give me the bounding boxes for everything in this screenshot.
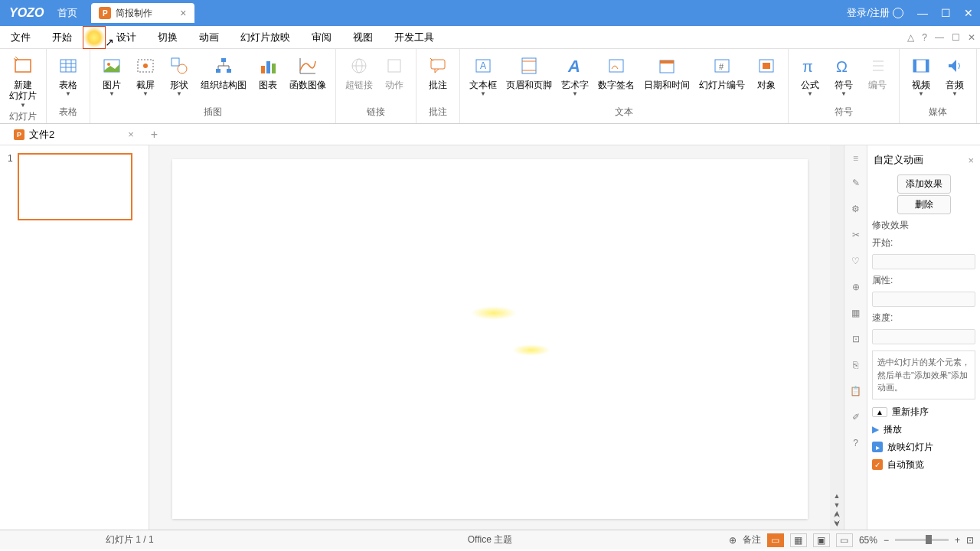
close-panel-icon[interactable]: × [968,155,974,166]
menu-item-7[interactable]: 审阅 [301,26,342,49]
clipboard-icon[interactable]: 📋 [849,384,863,398]
comment-button[interactable]: 批注 [421,52,455,92]
reorder-label: 重新排序 [892,406,929,419]
heart-icon[interactable]: ♡ [849,254,863,268]
feedback-icon[interactable]: ? [922,32,927,43]
new-slide-icon [11,54,35,78]
home-link[interactable]: 首页 [50,6,85,20]
menu-item-6[interactable]: 幻灯片放映 [230,26,301,49]
menu-item-5[interactable]: 动画 [188,26,230,49]
ribbon-group: 视频▼音频▼媒体 [900,49,977,123]
new-slide-button[interactable]: 新建 幻灯片▼ [5,52,41,110]
collapse-ribbon-icon[interactable]: — [935,32,944,43]
menu-item-0[interactable]: 文件 [0,26,41,49]
flow-icon[interactable]: ⚙ [849,202,863,216]
date-time-button[interactable]: 日期和时间 [639,52,694,92]
close-tab-icon[interactable]: × [180,7,186,19]
file-tab[interactable]: P 文件2 × [6,125,142,145]
object-button[interactable]: 对象 [750,52,783,92]
org-chart-button[interactable]: 组织结构图 [196,52,251,92]
close-pane-icon[interactable]: ✕ [968,32,975,43]
next-slide-icon[interactable]: ⮟ [833,519,841,528]
numbering-icon [865,54,890,78]
plus-icon[interactable]: ⊕ [849,280,863,294]
notes-icon[interactable]: ⊕ [729,535,737,546]
ribbon-group: π公式▼Ω符号▼编号符号 [789,49,900,123]
reading-view-button[interactable]: ▣ [813,533,830,547]
property-dropdown[interactable] [872,292,975,307]
screenshot-button[interactable]: 截屏▼ [129,52,162,99]
button-label: 页眉和页脚 [506,80,552,90]
signature-button[interactable]: 数字签名 [593,52,639,92]
add-file-tab[interactable]: + [145,128,164,142]
menu-item-4[interactable]: 切换 [147,26,188,49]
header-footer-button[interactable]: 页眉和页脚 [501,52,557,92]
play-icon[interactable]: ▶ [872,424,879,435]
maximize-button[interactable]: ☐ [934,0,957,26]
menu-item-3[interactable]: 设计 [106,26,147,49]
slide-thumbnail[interactable] [18,153,132,220]
pen-icon[interactable]: ✎ [849,176,863,190]
help-icon[interactable]: ? [849,436,863,450]
menu-item-9[interactable]: 开发工具 [384,26,445,49]
normal-view-button[interactable]: ▭ [767,533,784,547]
menu-item-2[interactable]: ↖ [83,26,106,49]
slideshow-label[interactable]: 放映幻灯片 [887,441,933,454]
close-window-button[interactable]: ✕ [957,0,980,26]
ribbon-group: 超链接动作链接 [336,49,416,123]
status-bar: 幻灯片 1 / 1 Office 主题 ⊕ 备注 ▭ ▦ ▣ ▭ 65% − +… [0,530,980,549]
slideshow-checkbox[interactable]: ▸ [872,442,883,452]
equation-button[interactable]: π公式▼ [793,52,827,99]
copy-icon[interactable]: ⎘ [849,358,863,372]
zoom-slider[interactable] [895,539,949,541]
text-box-button[interactable]: A文本框▼ [465,52,501,99]
file-name: 文件2 [29,128,54,142]
move-up-button[interactable]: ▲ [872,407,887,417]
login-button[interactable]: 登录/注册 [847,6,911,20]
fit-button[interactable]: ⊡ [966,535,974,546]
ribbon-options-icon[interactable]: ☐ [952,32,960,43]
word-art-button[interactable]: A艺术字▼ [557,52,593,99]
collapse-icon[interactable]: ≡ [853,153,858,164]
zoom-level[interactable]: 65% [859,535,877,546]
help-icon[interactable]: △ [907,32,914,43]
zoom-out-button[interactable]: − [884,535,889,546]
slide-canvas[interactable] [172,159,808,519]
scissors-icon[interactable]: ✂ [849,228,863,242]
slide-number-button[interactable]: #幻灯片编号 [694,52,750,92]
shapes-button[interactable]: 形状▼ [162,52,196,99]
sorter-view-button[interactable]: ▦ [790,533,807,547]
menu-item-1[interactable]: 开始 [41,26,83,49]
grid-icon[interactable]: ▦ [849,306,863,320]
notes-label[interactable]: 备注 [743,533,761,546]
slideshow-view-button[interactable]: ▭ [836,533,853,547]
edit-icon[interactable]: ✐ [849,410,863,424]
prev-slide-icon[interactable]: ⮝ [833,510,841,519]
menu-item-8[interactable]: 视图 [342,26,384,49]
start-dropdown[interactable] [872,254,975,269]
function-graph-button[interactable]: 函数图像 [285,52,331,92]
svg-rect-48 [913,60,916,72]
symbol-button[interactable]: Ω符号▼ [827,52,861,99]
play-label[interactable]: 播放 [884,423,902,436]
speed-dropdown[interactable] [872,329,975,344]
close-file-icon[interactable]: × [128,129,134,140]
minimize-button[interactable]: — [911,0,934,26]
chart-button[interactable]: 图表 [251,52,285,92]
audio-button[interactable]: 音频▼ [938,52,972,99]
delete-button[interactable]: 删除 [897,195,951,214]
search-icon[interactable]: ⊡ [849,332,863,346]
video-button[interactable]: 视频▼ [904,52,938,99]
svg-text:#: # [719,62,724,71]
autopreview-checkbox[interactable]: ✓ [872,459,883,470]
document-tab[interactable]: P 简报制作 × [91,3,194,23]
zoom-in-button[interactable]: + [955,535,960,546]
scroll-down-icon[interactable]: ▼ [833,500,841,510]
scroll-up-icon[interactable]: ▲ [833,491,841,500]
ribbon-group: 新建 幻灯片▼幻灯片 [0,49,47,123]
picture-button[interactable]: 图片▼ [95,52,129,99]
vertical-scrollbar[interactable]: ▲ ▼ ⮝ ⮟ [830,145,844,530]
table-button[interactable]: 表格▼ [51,52,85,99]
add-effect-button[interactable]: 添加效果 [897,174,951,194]
app-logo: YOZO [0,6,50,20]
